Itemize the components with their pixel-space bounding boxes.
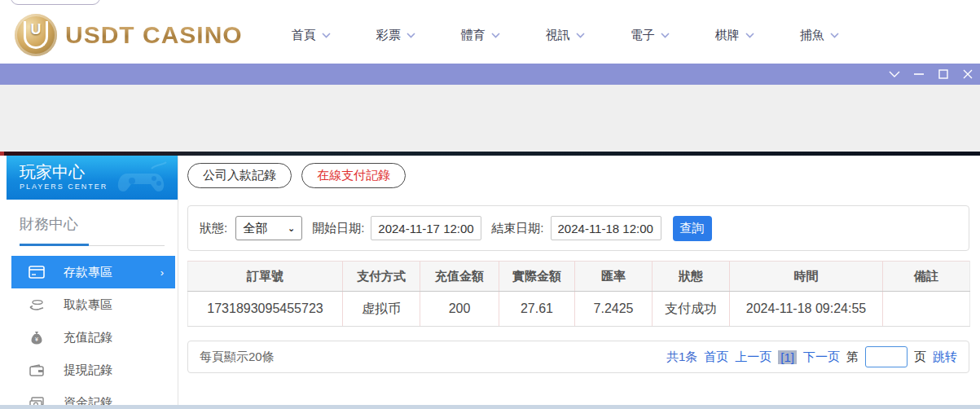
jump-suffix-text: 页 <box>914 350 926 365</box>
sidebar-item-deposit-zone[interactable]: 存款專區 › <box>11 256 175 288</box>
svg-text:¥: ¥ <box>35 336 38 342</box>
logo-u-glyph: U <box>24 21 48 49</box>
site-header: U USDT CASINO 首頁 彩票 體育 視訊 電子 棋牌 捕魚 <box>0 7 980 64</box>
collapse-chevron-icon[interactable] <box>882 64 907 85</box>
chevron-down-icon <box>745 33 754 38</box>
wallet-icon <box>28 363 46 377</box>
col-pay-method: 支付方式 <box>343 262 420 292</box>
pagination-controls: 共1条 首页 上一页 [1] 下一页 第 页 跳转 <box>666 346 957 367</box>
col-status: 狀態 <box>653 262 730 292</box>
cell-time: 2024-11-18 09:24:55 <box>730 292 883 327</box>
jump-button[interactable]: 跳转 <box>933 350 957 365</box>
chevron-down-icon <box>661 33 670 38</box>
finance-section-label: 財務中心 <box>20 214 165 234</box>
select-chevron-icon: ⌄ <box>288 223 295 234</box>
status-select[interactable]: 全部 ⌄ <box>235 216 302 240</box>
sidebar-item-label: 充值記錄 <box>64 330 112 345</box>
money-bag-icon: ¥ <box>28 330 46 345</box>
nav-label: 首頁 <box>292 28 316 43</box>
sidebar-divider <box>178 156 178 405</box>
cell-actual-amount: 27.61 <box>499 292 575 327</box>
table-row: 1731893095455723 虚拟币 200 27.61 7.2425 支付… <box>188 292 970 327</box>
cell-rate: 7.2425 <box>575 292 653 327</box>
record-tabs: 公司入款記錄 在線支付記錄 <box>187 163 406 188</box>
nav-item-cards[interactable]: 棋牌 <box>715 28 800 43</box>
first-page-link[interactable]: 首页 <box>704 350 728 365</box>
gamepad-icon <box>116 159 169 198</box>
nav-label: 體育 <box>461 28 486 43</box>
cell-order-no: 1731893095455723 <box>188 292 343 327</box>
search-button[interactable]: 查詢 <box>673 216 712 241</box>
chevron-down-icon <box>491 33 500 38</box>
page-size-text: 每頁顯示20條 <box>200 350 275 365</box>
next-page-link[interactable]: 下一页 <box>803 350 840 365</box>
sidebar-menu: 存款專區 › 取款專區 ¥ 充值記錄 提現記錄 <box>7 256 178 409</box>
col-remark: 備註 <box>883 262 970 292</box>
nav-item-fishing[interactable]: 捕魚 <box>800 28 885 43</box>
site-logo[interactable]: U USDT CASINO <box>15 14 243 56</box>
main-panel: 公司入款記錄 在線支付記錄 狀態: 全部 ⌄ 開始日期: 結束日期: 查詢 訂單… <box>187 156 969 405</box>
status-select-value: 全部 <box>243 221 267 236</box>
page-jump-input[interactable] <box>865 346 907 367</box>
filter-bar: 狀態: 全部 ⌄ 開始日期: 結束日期: 查詢 <box>187 205 969 251</box>
logo-text: USDT CASINO <box>65 21 243 49</box>
cell-status: 支付成功 <box>653 292 730 327</box>
chevron-right-icon: › <box>160 266 164 279</box>
cell-pay-method: 虚拟币 <box>343 292 420 327</box>
sidebar-header: 玩家中心 PLAYERS CENTER <box>7 156 178 200</box>
chevron-down-icon <box>576 33 585 38</box>
nav-label: 棋牌 <box>715 28 740 43</box>
end-date-input[interactable] <box>551 216 661 240</box>
cell-recharge-amount: 200 <box>420 292 499 327</box>
col-recharge-amount: 充值金額 <box>420 262 499 292</box>
maximize-icon[interactable] <box>931 64 956 85</box>
chevron-down-icon <box>322 33 331 38</box>
top-strip <box>0 0 980 7</box>
nav-item-home[interactable]: 首頁 <box>292 28 376 43</box>
tab-online-payment-records[interactable]: 在線支付記錄 <box>301 163 406 188</box>
minimize-icon[interactable] <box>907 64 931 85</box>
sidebar-item-recharge-records[interactable]: ¥ 充值記錄 <box>11 321 175 354</box>
status-label: 狀態: <box>200 221 227 236</box>
chevron-down-icon <box>407 33 415 38</box>
close-icon[interactable] <box>956 64 980 85</box>
jump-prefix-text: 第 <box>846 350 859 365</box>
nav-item-live[interactable]: 視訊 <box>546 28 631 43</box>
sidebar-item-withdrawal-records[interactable]: 提現記錄 <box>11 354 175 386</box>
cell-remark <box>883 292 970 327</box>
start-date-input[interactable] <box>371 216 481 240</box>
page-spacer <box>0 85 980 152</box>
nav-label: 捕魚 <box>800 28 824 43</box>
content-area: 玩家中心 PLAYERS CENTER 財務中心 存款專區 <box>0 156 980 405</box>
sidebar-item-withdraw-zone[interactable]: 取款專區 <box>11 288 175 321</box>
payment-records-table: 訂單號 支付方式 充值金額 實際金額 匯率 狀態 時間 備註 173189309… <box>187 261 970 327</box>
tab-company-deposit-records[interactable]: 公司入款記錄 <box>187 163 292 188</box>
prev-page-link[interactable]: 上一页 <box>735 350 771 365</box>
nav-label: 電子 <box>631 28 655 43</box>
table-header-row: 訂單號 支付方式 充值金額 實際金額 匯率 狀態 時間 備註 <box>188 262 970 292</box>
hand-money-icon <box>28 297 46 312</box>
start-date-label: 開始日期: <box>312 221 364 236</box>
chevron-down-icon <box>830 33 839 38</box>
sidebar-item-label: 提現記錄 <box>64 363 112 378</box>
players-center-sidebar: 玩家中心 PLAYERS CENTER 財務中心 存款專區 <box>7 156 178 405</box>
col-actual-amount: 實際金額 <box>499 262 575 292</box>
col-order-no: 訂單號 <box>188 262 343 292</box>
sidebar-item-label: 取款專區 <box>64 297 112 313</box>
sidebar-item-label: 存款專區 <box>64 265 112 280</box>
nav-item-lottery[interactable]: 彩票 <box>376 28 461 43</box>
nav-label: 視訊 <box>546 28 570 43</box>
nav-label: 彩票 <box>376 28 401 43</box>
finance-section: 財務中心 <box>7 200 178 246</box>
pagination-bar: 每頁顯示20條 共1条 首页 上一页 [1] 下一页 第 页 跳转 <box>187 341 969 373</box>
credit-card-icon <box>28 265 46 279</box>
nav-item-slots[interactable]: 電子 <box>631 28 715 43</box>
end-date-label: 結束日期: <box>491 221 543 236</box>
current-page-indicator: [1] <box>778 350 797 364</box>
bottom-strip <box>0 405 980 409</box>
nav-item-sports[interactable]: 體育 <box>461 28 546 43</box>
total-count-text: 共1条 <box>666 350 697 365</box>
section-rule-accent <box>20 244 89 246</box>
col-time: 時間 <box>730 262 883 292</box>
browser-tab-fragment <box>11 0 100 5</box>
